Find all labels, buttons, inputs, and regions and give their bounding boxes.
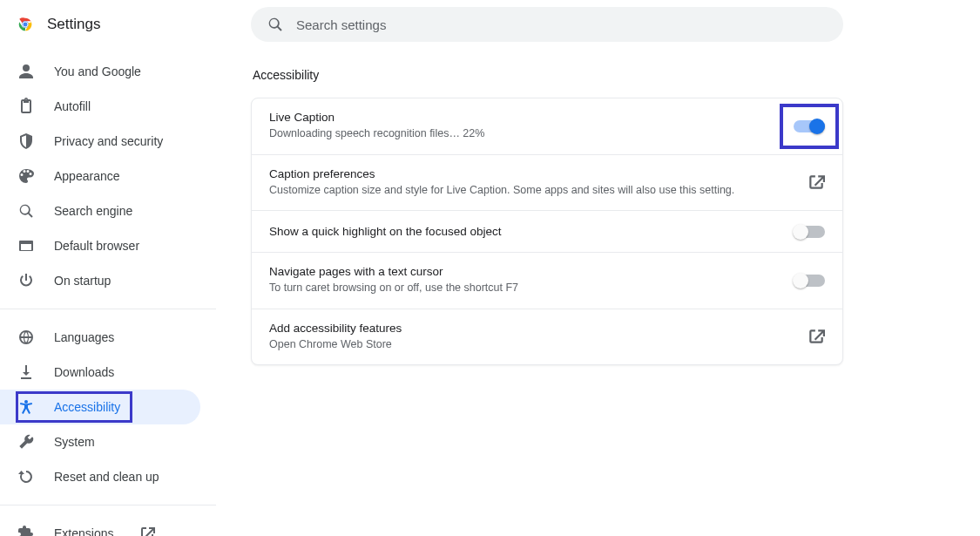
browser-icon <box>17 237 35 254</box>
nav-extensions[interactable]: Extensions <box>0 516 200 536</box>
clipboard-icon <box>17 98 35 115</box>
row-title: Live Caption <box>269 111 783 124</box>
nav-label: Appearance <box>54 169 120 183</box>
nav-label: Reset and clean up <box>54 470 159 484</box>
shield-icon <box>17 132 35 150</box>
download-icon <box>17 363 35 381</box>
extension-icon <box>17 525 35 536</box>
row-title: Navigate pages with a text cursor <box>269 265 783 278</box>
nav-label: You and Google <box>54 64 141 78</box>
launch-icon[interactable] <box>808 173 825 191</box>
nav-divider <box>0 505 216 505</box>
palette-icon <box>17 167 35 185</box>
row-title: Caption preferences <box>269 167 797 180</box>
nav-you-and-google[interactable]: You and Google <box>0 54 200 89</box>
row-live-caption[interactable]: Live Caption Downloading speech recognit… <box>252 98 842 155</box>
nav-search-engine[interactable]: Search engine <box>0 193 200 228</box>
search-icon <box>267 16 284 33</box>
nav-label: Languages <box>54 330 114 344</box>
nav-on-startup[interactable]: On startup <box>0 263 200 298</box>
nav-label: Default browser <box>54 239 139 253</box>
chrome-logo-icon <box>16 15 35 34</box>
launch-icon <box>139 526 155 536</box>
launch-icon[interactable] <box>808 328 825 345</box>
nav-accessibility[interactable]: Accessibility <box>0 390 200 424</box>
nav-system[interactable]: System <box>0 424 200 459</box>
nav-autofill[interactable]: Autofill <box>0 89 200 124</box>
person-icon <box>17 63 35 80</box>
sidebar-header: Settings <box>0 0 216 49</box>
search-input[interactable] <box>296 17 828 32</box>
app-title: Settings <box>47 16 100 33</box>
nav-label: Autofill <box>54 99 91 113</box>
main-panel: Accessibility Live Caption Downloading s… <box>216 0 980 536</box>
row-subtitle: To turn caret browsing on or off, use th… <box>269 281 783 296</box>
restore-icon <box>17 468 35 485</box>
nav-label: Downloads <box>54 365 114 379</box>
accessibility-icon <box>17 398 35 416</box>
row-subtitle: Open Chrome Web Store <box>269 337 797 353</box>
nav-languages[interactable]: Languages <box>0 320 200 355</box>
accessibility-card: Live Caption Downloading speech recognit… <box>251 98 843 365</box>
nav-group-main: You and Google Autofill Privacy and secu… <box>0 49 216 303</box>
power-icon <box>17 272 35 289</box>
row-title: Add accessibility features <box>269 322 797 335</box>
nav-label: Search engine <box>54 204 132 218</box>
search-icon <box>17 202 35 220</box>
nav-reset-cleanup[interactable]: Reset and clean up <box>0 459 200 494</box>
nav-label: System <box>54 435 95 449</box>
live-caption-toggle[interactable] <box>794 120 825 132</box>
row-add-features[interactable]: Add accessibility features Open Chrome W… <box>252 309 842 365</box>
row-focus-highlight[interactable]: Show a quick highlight on the focused ob… <box>252 211 842 253</box>
nav-appearance[interactable]: Appearance <box>0 159 200 193</box>
row-title: Show a quick highlight on the focused ob… <box>269 225 783 238</box>
nav-label: Extensions <box>54 526 113 536</box>
nav-group-footer: Extensions <box>0 511 216 536</box>
nav-label: Privacy and security <box>54 134 163 148</box>
page-title: Accessibility <box>253 68 945 82</box>
row-caption-preferences[interactable]: Caption preferences Customize caption si… <box>252 155 842 212</box>
globe-icon <box>17 329 35 346</box>
nav-downloads[interactable]: Downloads <box>0 355 200 390</box>
nav-default-browser[interactable]: Default browser <box>0 228 200 263</box>
row-subtitle: Customize caption size and style for Liv… <box>269 183 797 199</box>
nav-privacy-security[interactable]: Privacy and security <box>0 124 200 159</box>
nav-group-advanced: Languages Downloads Accessibility System… <box>0 315 216 499</box>
nav-divider <box>0 309 216 309</box>
wrench-icon <box>17 433 35 451</box>
row-caret-browsing[interactable]: Navigate pages with a text cursor To tur… <box>252 253 842 309</box>
sidebar: Settings You and Google Autofill Privacy… <box>0 0 216 536</box>
caret-browsing-toggle[interactable] <box>794 275 825 287</box>
nav-label: On startup <box>54 274 111 288</box>
row-subtitle: Downloading speech recognition files… 22… <box>269 126 783 142</box>
search-bar[interactable] <box>251 7 843 42</box>
focus-highlight-toggle[interactable] <box>794 226 825 238</box>
nav-label: Accessibility <box>54 400 120 414</box>
